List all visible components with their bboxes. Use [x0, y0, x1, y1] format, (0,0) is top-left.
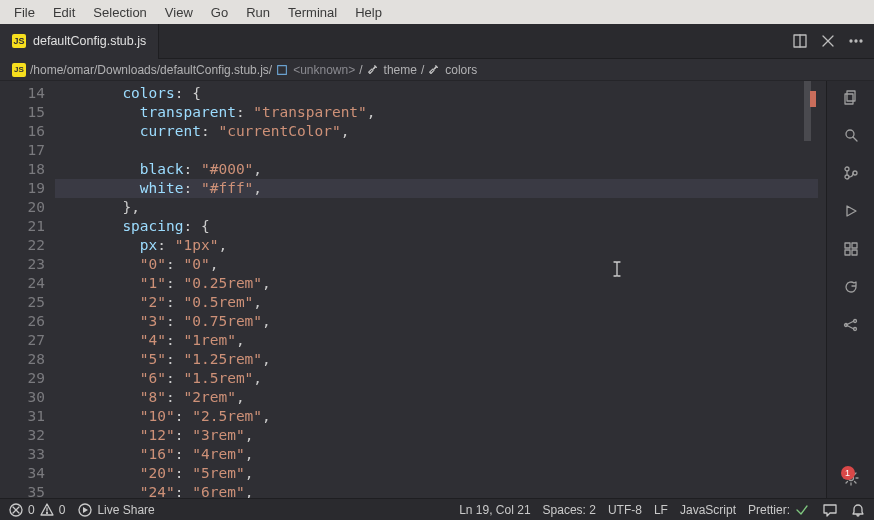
line-number: 34 — [0, 464, 45, 483]
status-live-share[interactable]: Live Share — [77, 502, 154, 518]
code-line[interactable]: black: "#000", — [55, 160, 826, 179]
code-line[interactable]: }, — [55, 198, 826, 217]
line-number: 16 — [0, 122, 45, 141]
line-number: 31 — [0, 407, 45, 426]
status-cursor-position[interactable]: Ln 19, Col 21 — [459, 503, 530, 517]
line-number: 27 — [0, 331, 45, 350]
share-icon[interactable] — [843, 317, 859, 333]
code-line[interactable]: colors: { — [55, 84, 826, 103]
code-line[interactable]: spacing: { — [55, 217, 826, 236]
status-eol[interactable]: LF — [654, 503, 668, 517]
menu-terminal[interactable]: Terminal — [280, 3, 345, 22]
text-cursor-icon — [612, 261, 622, 277]
svg-point-21 — [853, 320, 856, 323]
line-number-gutter: 1415161718192021222324252627282930313233… — [0, 81, 55, 498]
code-line[interactable]: "6": "1.5rem", — [55, 369, 826, 388]
code-line[interactable] — [55, 141, 826, 160]
activity-bar: 1 — [826, 81, 874, 498]
split-editor-icon[interactable] — [792, 33, 808, 49]
breadcrumbs[interactable]: JS /home/omar/Downloads/defaultConfig.st… — [0, 59, 874, 81]
code-editor[interactable]: 1415161718192021222324252627282930313233… — [0, 81, 826, 498]
menu-selection[interactable]: Selection — [85, 3, 154, 22]
check-icon — [794, 502, 810, 518]
code-line[interactable]: current: "currentColor", — [55, 122, 826, 141]
code-line[interactable]: "20": "5rem", — [55, 464, 826, 483]
line-number: 17 — [0, 141, 45, 160]
error-icon — [8, 502, 24, 518]
menu-edit[interactable]: Edit — [45, 3, 83, 22]
more-actions-icon[interactable] — [848, 33, 864, 49]
source-control-icon[interactable] — [843, 165, 859, 181]
code-line[interactable]: "2": "0.5rem", — [55, 293, 826, 312]
tab-filename: defaultConfig.stub.js — [33, 34, 146, 48]
code-line[interactable]: "24": "6rem", — [55, 483, 826, 498]
menu-help[interactable]: Help — [347, 3, 390, 22]
line-number: 30 — [0, 388, 45, 407]
svg-rect-8 — [847, 91, 855, 101]
close-tab-icon[interactable] — [820, 33, 836, 49]
menu-file[interactable]: File — [6, 3, 43, 22]
breadcrumb-sep: / — [359, 63, 362, 77]
settings-gear-icon[interactable]: 1 — [843, 470, 859, 486]
tab-bar: JS defaultConfig.stub.js — [0, 24, 874, 59]
prettier-label: Prettier: — [748, 503, 790, 517]
code-line[interactable]: "8": "2rem", — [55, 388, 826, 407]
line-number: 35 — [0, 483, 45, 498]
status-prettier[interactable]: Prettier: — [748, 502, 810, 518]
code-line[interactable]: transparent: "transparent", — [55, 103, 826, 122]
live-share-label: Live Share — [97, 503, 154, 517]
menubar: FileEditSelectionViewGoRunTerminalHelp — [0, 0, 874, 24]
notification-badge: 1 — [841, 466, 855, 480]
refresh-icon[interactable] — [843, 279, 859, 295]
code-line[interactable]: "3": "0.75rem", — [55, 312, 826, 331]
status-bar: 0 0 Live Share Ln 19, Col 21 Spaces: 2 U… — [0, 498, 874, 520]
editor-tab[interactable]: JS defaultConfig.stub.js — [0, 24, 159, 59]
menu-view[interactable]: View — [157, 3, 201, 22]
javascript-file-icon: JS — [12, 34, 26, 48]
run-debug-icon[interactable] — [843, 203, 859, 219]
line-number: 33 — [0, 445, 45, 464]
status-language[interactable]: JavaScript — [680, 503, 736, 517]
breadcrumb-sep: / — [421, 63, 424, 77]
line-number: 21 — [0, 217, 45, 236]
menu-run[interactable]: Run — [238, 3, 278, 22]
menu-go[interactable]: Go — [203, 3, 236, 22]
line-number: 19 — [0, 179, 45, 198]
code-line[interactable]: "5": "1.25rem", — [55, 350, 826, 369]
svg-point-22 — [853, 328, 856, 331]
bell-icon[interactable] — [850, 502, 866, 518]
svg-rect-7 — [278, 65, 287, 74]
code-line[interactable]: px: "1px", — [55, 236, 826, 255]
breadcrumb-colors: colors — [445, 63, 477, 77]
svg-rect-16 — [845, 243, 850, 248]
svg-marker-15 — [847, 206, 856, 216]
extensions-icon[interactable] — [843, 241, 859, 257]
breadcrumb-unknown: <unknown> — [293, 63, 355, 77]
main: 1415161718192021222324252627282930313233… — [0, 81, 874, 498]
feedback-icon[interactable] — [822, 502, 838, 518]
status-encoding[interactable]: UTF-8 — [608, 503, 642, 517]
status-errors[interactable]: 0 0 — [8, 502, 65, 518]
code-content[interactable]: colors: { transparent: "transparent", cu… — [55, 81, 826, 498]
line-number: 29 — [0, 369, 45, 388]
svg-point-4 — [850, 40, 852, 42]
code-line[interactable]: "0": "0", — [55, 255, 826, 274]
status-indentation[interactable]: Spaces: 2 — [543, 503, 596, 517]
breadcrumb-theme: theme — [384, 63, 417, 77]
line-number: 14 — [0, 84, 45, 103]
line-number: 15 — [0, 103, 45, 122]
line-number: 23 — [0, 255, 45, 274]
svg-rect-19 — [852, 250, 857, 255]
line-number: 26 — [0, 312, 45, 331]
search-icon[interactable] — [843, 127, 859, 143]
code-line[interactable]: "1": "0.25rem", — [55, 274, 826, 293]
code-line[interactable]: "4": "1rem", — [55, 331, 826, 350]
svg-rect-18 — [845, 250, 850, 255]
code-line[interactable]: "16": "4rem", — [55, 445, 826, 464]
files-icon[interactable] — [843, 89, 859, 105]
code-line[interactable]: "10": "2.5rem", — [55, 407, 826, 426]
breadcrumb-path: /home/omar/Downloads/defaultConfig.stub.… — [30, 63, 272, 77]
code-line[interactable]: "12": "3rem", — [55, 426, 826, 445]
svg-point-28 — [46, 512, 47, 513]
line-number: 25 — [0, 293, 45, 312]
